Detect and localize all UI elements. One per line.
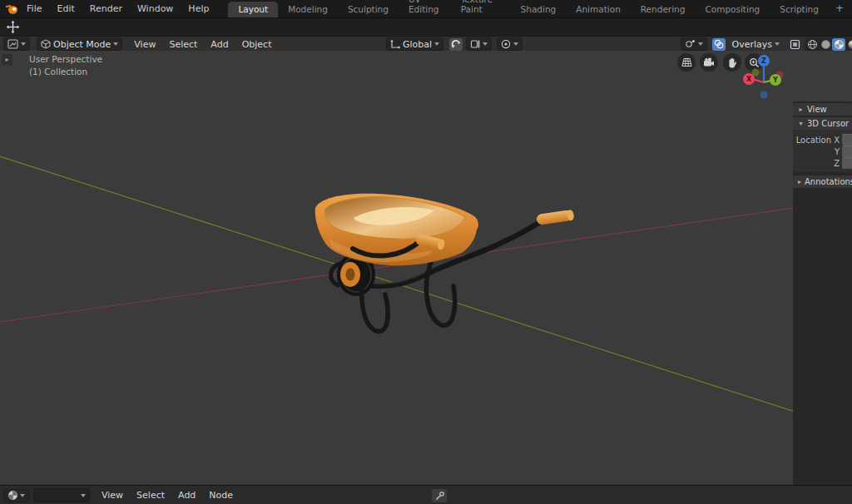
panel-3d-cursor-body: Location X Y Z: [793, 130, 852, 172]
shading-solid-icon: [820, 39, 831, 50]
chevron-down-icon: [513, 42, 518, 46]
location-y-field[interactable]: [842, 146, 852, 157]
editor-type-button-bottom[interactable]: [3, 489, 29, 502]
editor-type-button[interactable]: [3, 37, 30, 51]
shading-solid-button[interactable]: [819, 38, 832, 51]
tab-uv-editing[interactable]: UV Editing: [399, 0, 451, 17]
proportional-edit-icon: [501, 39, 511, 49]
menu-render[interactable]: Render: [82, 0, 130, 17]
tool-settings-header: [0, 17, 852, 36]
menu-view[interactable]: View: [127, 39, 162, 50]
tab-layout[interactable]: Layout: [228, 2, 278, 17]
svg-text:X: X: [746, 76, 752, 83]
overlays-dropdown[interactable]: Overlays: [729, 38, 784, 50]
gizmos-dropdown[interactable]: [681, 37, 707, 51]
panel-annotations-label: Annotations: [805, 177, 852, 186]
node-menu-node[interactable]: Node: [202, 490, 240, 501]
menu-edit[interactable]: Edit: [50, 0, 82, 17]
panel-view-header[interactable]: ▸ View: [793, 103, 852, 116]
blender-window: File Edit Render Window Help Layout Mode…: [0, 0, 852, 504]
shading-material-button[interactable]: [832, 38, 845, 51]
sidebar-n-panel: ▸ View ▾ 3D Cursor Location X Y Z: [793, 101, 852, 485]
workspace-tabs: Layout Modeling Sculpting UV Editing Tex…: [228, 0, 852, 17]
toolbar-expand-icon[interactable]: ▸: [2, 54, 12, 65]
shading-wireframe-icon: [807, 39, 818, 50]
camera-view-button[interactable]: [700, 53, 718, 72]
menu-select[interactable]: Select: [162, 39, 204, 50]
tab-animation[interactable]: Animation: [566, 2, 631, 17]
3d-scene: [0, 51, 852, 485]
panel-3d-cursor-label: 3D Cursor: [807, 119, 849, 128]
snap-increment-icon: [470, 39, 480, 49]
tab-sculpting[interactable]: Sculpting: [338, 2, 399, 17]
snap-target-dropdown[interactable]: [466, 37, 492, 51]
svg-text:Y: Y: [772, 77, 778, 84]
menu-object[interactable]: Object: [235, 39, 279, 50]
chevron-down-icon: [21, 42, 26, 46]
tab-texture-paint[interactable]: Texture Paint: [451, 0, 511, 17]
wand-icon: [435, 492, 444, 501]
add-workspace-button[interactable]: +: [829, 0, 852, 17]
menu-window[interactable]: Window: [130, 0, 181, 17]
magnet-icon: [451, 39, 461, 49]
tab-scripting[interactable]: Scripting: [770, 2, 829, 17]
svg-text:Z: Z: [761, 57, 766, 65]
chevron-down-icon: [81, 494, 86, 497]
display-options-group: Overlays: [677, 37, 852, 51]
node-menu-add[interactable]: Add: [171, 490, 202, 501]
chevron-down-icon: [698, 42, 703, 46]
overlays-toggle-button[interactable]: [712, 38, 726, 51]
panel-3d-cursor-header[interactable]: ▾ 3D Cursor: [793, 117, 852, 130]
location-x-field[interactable]: [842, 134, 852, 146]
tool-wand-button[interactable]: [432, 489, 447, 502]
node-menu-select[interactable]: Select: [130, 490, 171, 501]
tab-modeling[interactable]: Modeling: [278, 2, 338, 17]
view-perspective-label: User Perspective: [29, 54, 102, 64]
grid-perspective-icon: [681, 57, 692, 67]
xray-icon: [790, 39, 800, 50]
shading-wireframe-button[interactable]: [805, 38, 819, 51]
shading-mode-group: [805, 37, 852, 51]
location-z-label: Z: [834, 159, 840, 168]
orientation-dropdown[interactable]: Global: [386, 37, 443, 51]
mode-label: Object Mode: [53, 39, 111, 50]
mode-dropdown[interactable]: Object Mode: [37, 37, 122, 51]
node-menu-view[interactable]: View: [95, 490, 130, 501]
move-tool-icon[interactable]: [6, 20, 20, 34]
transform-snap-group: Global: [383, 37, 523, 51]
location-x-label: Location X: [796, 136, 840, 145]
panel-annotations-header[interactable]: ▸ Annotations: [793, 175, 852, 188]
perspective-toggle-button[interactable]: [677, 53, 696, 72]
chevron-down-icon: [775, 42, 780, 46]
shading-rendered-button[interactable]: [845, 38, 852, 51]
tab-compositing[interactable]: Compositing: [695, 2, 770, 17]
snap-toggle-button[interactable]: [449, 38, 463, 51]
chevron-right-icon: ▸: [798, 178, 801, 185]
menu-help[interactable]: Help: [181, 0, 216, 17]
chevron-down-icon: [20, 494, 25, 497]
proportional-edit-dropdown[interactable]: [497, 37, 523, 51]
object-mode-icon: [41, 39, 51, 49]
material-dropdown[interactable]: [33, 488, 90, 502]
chevron-down-icon: [483, 42, 488, 46]
xray-toggle-button[interactable]: [788, 38, 801, 51]
menu-file[interactable]: File: [19, 0, 49, 17]
camera-icon: [703, 57, 715, 67]
axis-gizmo-icon: Z X Y: [734, 51, 789, 106]
chevron-right-icon: ▸: [798, 106, 804, 113]
wheelbarrow-model[interactable]: [315, 194, 575, 332]
collection-label: (1) Collection: [29, 67, 87, 77]
viewport-3d[interactable]: ▸ User Perspective (1) Collection: [0, 51, 852, 485]
viewport-editor-icon: [7, 39, 18, 49]
chevron-down-icon: [434, 42, 439, 46]
tab-rendering[interactable]: Rendering: [631, 2, 696, 17]
tab-shading[interactable]: Shading: [511, 2, 567, 17]
location-z-field[interactable]: [842, 157, 852, 169]
navigation-gizmo[interactable]: Z X Y: [734, 51, 789, 106]
chevron-down-icon: [113, 42, 118, 46]
menu-add[interactable]: Add: [204, 39, 235, 50]
orientation-icon: [390, 40, 400, 49]
blender-logo-icon[interactable]: [3, 2, 19, 16]
chevron-down-icon: ▾: [798, 120, 804, 127]
overlays-label: Overlays: [732, 39, 773, 50]
